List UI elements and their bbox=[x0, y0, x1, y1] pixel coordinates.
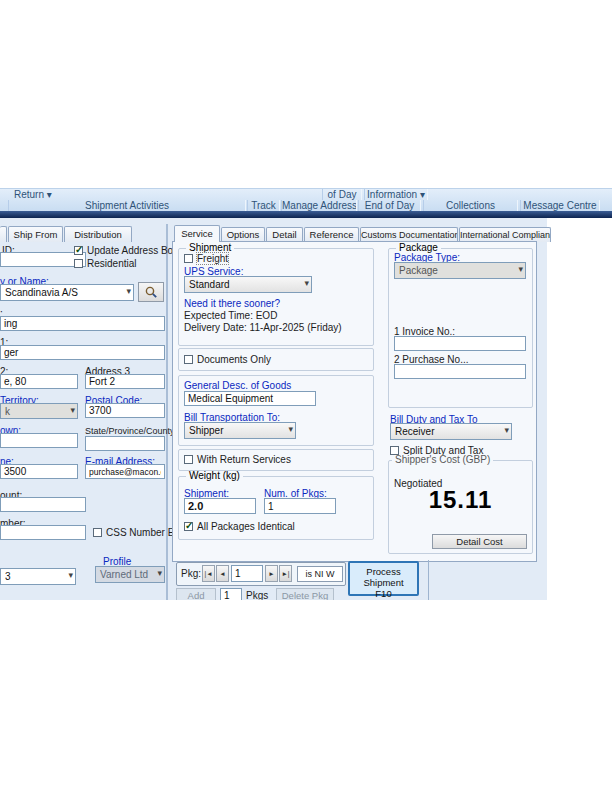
email-field[interactable] bbox=[85, 464, 165, 479]
address1-field[interactable] bbox=[0, 345, 165, 360]
add-qty-field[interactable] bbox=[220, 588, 242, 600]
process-shipment-hotkey: F10 bbox=[350, 588, 417, 599]
panel-splitter[interactable] bbox=[166, 224, 168, 600]
tab-ship-to-partial[interactable] bbox=[0, 226, 7, 242]
invoice-field[interactable] bbox=[394, 336, 526, 351]
ups-service-combo[interactable]: Standard bbox=[184, 276, 312, 293]
previous-package-button[interactable]: ◄ bbox=[216, 565, 229, 582]
profile-combo[interactable]: Varned Ltd bbox=[95, 566, 165, 583]
postal-code-field[interactable] bbox=[85, 403, 165, 418]
return-button[interactable]: Return ▾ bbox=[14, 189, 66, 200]
update-address-book-label: Update Address Book bbox=[87, 245, 184, 256]
ribbon-bottom-bar bbox=[0, 211, 612, 218]
nav-next-icon: ► bbox=[268, 570, 274, 577]
address2-field[interactable] bbox=[0, 374, 78, 389]
tab-options[interactable]: Options bbox=[221, 227, 265, 242]
delivery-date-text: Delivery Date: 11-Apr-2025 (Friday) bbox=[184, 322, 342, 333]
end-of-day-button-partial[interactable]: of Day bbox=[322, 189, 362, 200]
freight-checkbox[interactable] bbox=[184, 254, 193, 263]
add-package-button[interactable]: Add bbox=[176, 588, 216, 600]
package-type-combo[interactable]: Package bbox=[394, 262, 526, 279]
state-field[interactable] bbox=[85, 436, 165, 451]
delete-package-button[interactable]: Delete Pkg bbox=[276, 588, 334, 600]
negotiated-total-value: 15.11 bbox=[388, 486, 533, 514]
tab-international-compliance[interactable]: International Compliance bbox=[459, 227, 551, 242]
account-field[interactable] bbox=[0, 497, 86, 512]
bottom-left-combo[interactable]: 3 bbox=[0, 568, 76, 585]
tab-customs-documentation[interactable]: Customs Documentation bbox=[360, 227, 458, 242]
goods-desc-label: General Desc. of Goods bbox=[184, 380, 291, 391]
ribbon: Return ▾ of Day Information ▾ Shipment A… bbox=[0, 188, 612, 211]
tab-ship-from[interactable]: Ship From bbox=[8, 226, 63, 242]
css-number-exempt-checkbox[interactable] bbox=[93, 528, 102, 537]
worldship-window: Return ▾ of Day Information ▾ Shipment A… bbox=[0, 188, 612, 600]
with-return-services-label: With Return Services bbox=[197, 454, 291, 465]
search-icon bbox=[144, 285, 158, 299]
expected-time-text: Expected Time: EOD bbox=[184, 310, 277, 321]
detail-cost-button[interactable]: Detail Cost bbox=[432, 534, 527, 549]
phone-field[interactable] bbox=[0, 464, 78, 479]
tab-distribution[interactable]: Distribution bbox=[64, 226, 132, 242]
tab-detail[interactable]: Detail bbox=[266, 227, 303, 242]
all-packages-identical-checkbox[interactable] bbox=[184, 522, 193, 531]
address3-field[interactable] bbox=[85, 374, 165, 389]
tab-reference[interactable]: Reference bbox=[304, 227, 359, 242]
shipment-group-label: Shipment bbox=[186, 243, 234, 253]
nav-first-icon: |◄ bbox=[204, 570, 212, 577]
tab-service[interactable]: Service bbox=[174, 225, 220, 242]
first-package-button[interactable]: |◄ bbox=[202, 565, 215, 582]
shipment-weight-field[interactable] bbox=[184, 498, 256, 514]
company-name-combo[interactable]: Scandinavia A/S bbox=[0, 284, 134, 301]
need-it-sooner-link[interactable]: Need it there sooner? bbox=[184, 298, 280, 309]
pkg-label: Pkg: bbox=[181, 568, 201, 579]
address-search-button[interactable] bbox=[138, 282, 164, 302]
attention-field[interactable] bbox=[0, 316, 165, 331]
pkgs-label: Pkgs bbox=[246, 590, 268, 600]
territory-combo[interactable]: k bbox=[0, 403, 78, 419]
goods-desc-field[interactable] bbox=[184, 391, 316, 406]
residential-checkbox[interactable] bbox=[74, 259, 83, 268]
update-address-book-checkbox[interactable] bbox=[74, 246, 83, 255]
process-shipment-button[interactable]: Process Shipment F10 bbox=[348, 561, 419, 596]
all-packages-identical-label: All Packages Identical bbox=[197, 521, 295, 532]
shippers-cost-group-label: Shipper's Cost (GBP) bbox=[392, 455, 493, 465]
freight-label: Freight bbox=[197, 253, 228, 264]
with-return-services-checkbox[interactable] bbox=[184, 455, 193, 464]
bill-duty-combo[interactable]: Receiver bbox=[390, 423, 512, 440]
process-shipment-label: Process Shipment bbox=[350, 566, 417, 588]
documents-only-label: Documents Only bbox=[197, 354, 271, 365]
weight-group-label: Weight (kg) bbox=[186, 471, 243, 481]
residential-label: Residential bbox=[87, 258, 136, 269]
bill-transportation-combo[interactable]: Shipper bbox=[184, 422, 296, 439]
information-button-partial[interactable]: Information ▾ bbox=[364, 189, 428, 200]
next-package-button[interactable]: ► bbox=[265, 565, 278, 582]
nav-prev-icon: ◄ bbox=[219, 570, 225, 577]
num-pkgs-field[interactable] bbox=[264, 498, 336, 514]
documents-only-checkbox[interactable] bbox=[184, 355, 193, 364]
purchase-field[interactable] bbox=[394, 364, 526, 379]
nav-last-icon: ►| bbox=[281, 570, 289, 577]
number-field[interactable] bbox=[0, 525, 86, 540]
is-ni-indicator: is NI W bbox=[297, 566, 343, 582]
bottom-bar-divider bbox=[428, 560, 429, 600]
last-package-button[interactable]: ►| bbox=[279, 565, 292, 582]
current-package-field[interactable] bbox=[231, 565, 263, 582]
town-field[interactable] bbox=[0, 433, 78, 448]
